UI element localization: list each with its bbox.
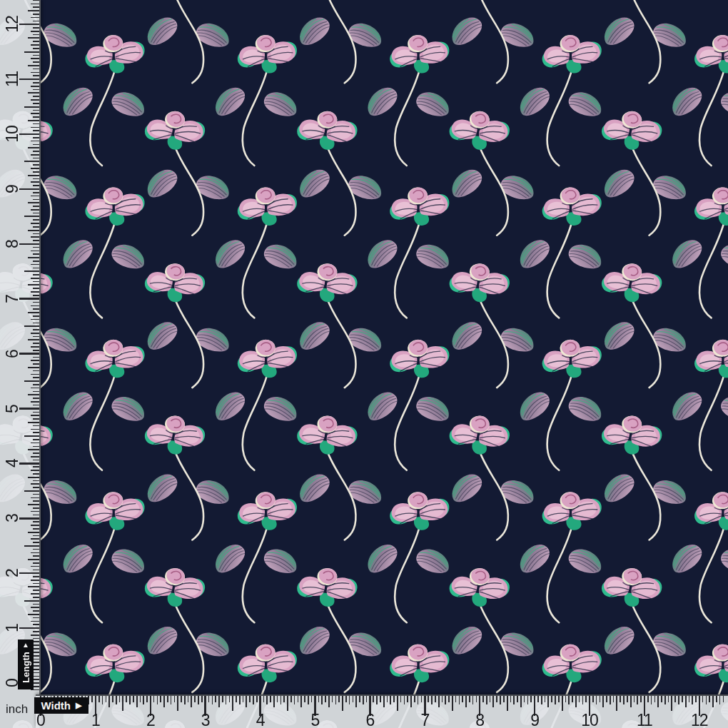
ruler-tick [500,696,501,704]
ruler-tick [31,607,39,608]
flower-motif [446,0,537,83]
ruler-tick [24,545,39,547]
ruler-tick [33,473,39,475]
ruler-tick [300,696,302,707]
ruler-tick [610,696,611,704]
ruler-tick [33,521,39,522]
ruler-tick [671,696,672,711]
ruler-tick [706,696,707,704]
vertical-ruler: 0123456789101112 [0,0,41,728]
ruler-tick [33,350,39,351]
ruler-tick [280,696,282,704]
ruler-tick [469,696,470,702]
ruler-number: 11 [4,71,21,87]
ruler-tick [524,696,525,702]
ruler-tick [510,696,512,702]
ruler-tick [212,696,213,704]
ruler-tick [31,374,39,375]
ruler-tick [33,494,39,495]
ruler-tick [33,412,39,413]
width-label: Width [41,699,71,712]
ruler-tick [33,336,39,338]
ruler-tick [712,696,714,707]
ruler-tick [661,696,662,702]
ruler-tick [146,696,148,702]
ruler-tick [24,106,39,108]
ruler-tick [33,185,39,186]
ruler-number: 7 [420,712,429,728]
ruler-tick [24,216,39,217]
ruler-tick [177,696,178,711]
right-arrow-icon: ▶ [76,701,81,710]
ruler-tick [31,566,39,567]
ruler-tick [33,425,39,427]
ruler-tick [98,696,100,702]
ruler-tick [19,462,39,465]
flower-motif [446,565,537,692]
ruler-tick [153,696,155,702]
ruler-tick [33,164,39,166]
ruler-tick [33,439,39,440]
ruler-number: 3 [4,514,21,522]
ruler-tick [33,500,39,502]
ruler-tick [33,315,39,317]
ruler-tick [31,209,39,211]
ruler-number: 11 [637,712,652,728]
ruler-tick [33,610,39,612]
ruler-tick [19,79,39,81]
ruler-tick [572,696,573,702]
ruler-tick [33,103,39,104]
ruler-tick [188,696,189,702]
flower-motif [446,413,537,540]
ruler-tick [33,226,39,228]
ruler-tick [345,696,347,702]
ruler-tick [226,696,227,704]
ruler-tick [33,253,39,255]
flower-motif [666,337,728,470]
ruler-tick [558,696,560,702]
ruler-tick [31,552,39,554]
ruler-tick [263,696,265,702]
ruler-tick [555,696,556,704]
ruler-tick [243,696,244,702]
ruler-tick [19,298,39,300]
ruler-tick [157,696,158,704]
ruler-tick [102,696,103,704]
ruler-tick [33,672,39,674]
ruler-tick [31,538,39,540]
ruler-tick [373,696,374,702]
ruler-tick [290,696,292,702]
ruler-tick [530,696,532,702]
fabric-pattern [0,0,728,728]
ruler-tick [476,696,477,702]
ruler-tick [445,696,446,704]
ruler-tick [33,597,39,598]
flower-motif [57,32,148,166]
ruler-tick [682,696,683,702]
ruler-number: 5 [4,405,21,413]
ruler-tick [355,696,357,707]
ruler-tick [33,604,39,605]
flower-motif [57,185,148,318]
ruler-tick [33,555,39,557]
ruler-tick [28,586,39,587]
ruler-tick [33,466,39,467]
ruler-tick [33,659,39,660]
ruler-tick [33,576,39,577]
ruler-tick [376,696,378,704]
ruler-tick [33,75,39,76]
ruler-tick [33,158,39,159]
ruler-tick [33,323,39,324]
ruler-tick [723,696,724,702]
ruler-tick [19,627,39,630]
ruler-tick [33,199,39,201]
ruler-tick [122,696,123,711]
ruler-tick [33,480,39,482]
ruler-tick [404,696,405,704]
ruler-tick [160,696,161,702]
ruler-tick [31,58,39,59]
ruler-tick [31,525,39,526]
ruler-tick [31,319,39,320]
flower-motif [209,32,300,166]
flower-motif [362,32,453,166]
